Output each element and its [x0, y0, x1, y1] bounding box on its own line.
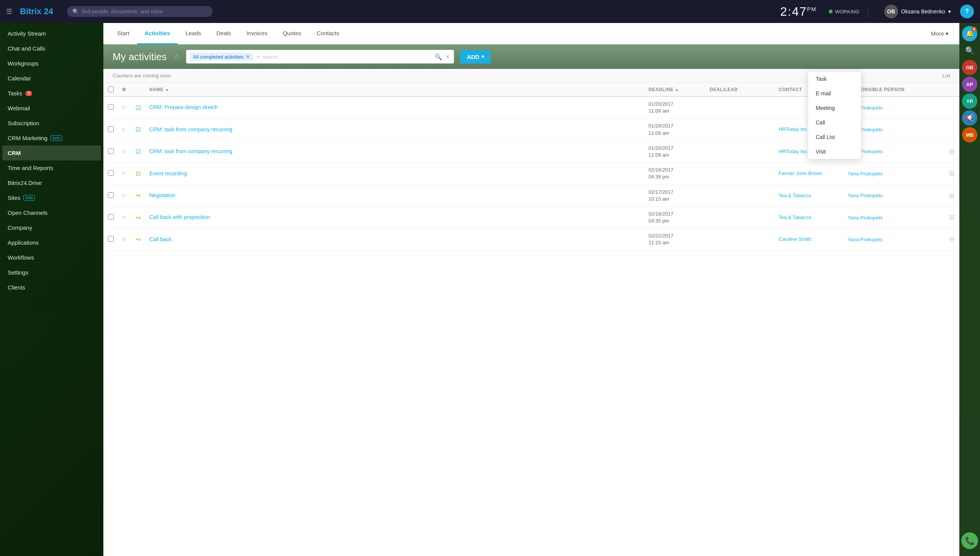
- row-drag-handle[interactable]: ≡: [122, 104, 136, 111]
- sidebar-item-label: Activity Stream: [8, 30, 46, 37]
- dropdown-call[interactable]: Call: [808, 115, 861, 130]
- row-checkbox: [108, 126, 122, 133]
- deadline-sort-icon[interactable]: ▲: [675, 87, 679, 92]
- row-grid-icon[interactable]: ⊞: [949, 213, 955, 222]
- filter-search-icon[interactable]: 🔍: [434, 53, 442, 61]
- filter-search-placeholder[interactable]: search: [263, 54, 431, 60]
- settings-icon[interactable]: ⚙: [122, 87, 126, 92]
- user-profile[interactable]: OB Oksana Bednenko ▾: [884, 5, 951, 18]
- menu-icon[interactable]: ☰: [6, 7, 12, 16]
- sidebar-item-activity-stream[interactable]: Activity Stream: [0, 26, 103, 41]
- dropdown-email[interactable]: E-mail: [808, 86, 861, 101]
- row-activity-name[interactable]: CRM: task from company recurring: [149, 126, 648, 134]
- avatar-4[interactable]: MB: [962, 127, 977, 142]
- dropdown-meeting[interactable]: Meeting: [808, 101, 861, 115]
- phone-button[interactable]: 📞: [961, 532, 978, 549]
- tab-start[interactable]: Start: [109, 23, 137, 44]
- row-activity-name[interactable]: CRM: task from company recurring: [149, 148, 648, 155]
- sidebar-item-tasks[interactable]: Tasks 7: [0, 86, 103, 101]
- row-contact[interactable]: Tea & Tabacco: [779, 214, 848, 221]
- notifications-icon[interactable]: 🔔 9: [962, 26, 977, 41]
- favorite-star[interactable]: ☆: [173, 52, 180, 61]
- row-responsible[interactable]: Yana Prokopets: [848, 215, 932, 221]
- row-contact[interactable]: Tea & Tabacco: [779, 192, 848, 199]
- megaphone-icon[interactable]: 📢: [962, 110, 977, 126]
- sidebar-item-settings[interactable]: Settings: [0, 265, 103, 280]
- row-activity-name[interactable]: CRM: Prepare design sketch: [149, 104, 648, 111]
- sidebar-item-applications[interactable]: Applications: [0, 235, 103, 250]
- row-grid-icon[interactable]: ⊞: [949, 147, 955, 156]
- global-search-icon[interactable]: 🔍: [962, 43, 977, 58]
- row-drag-handle[interactable]: ≡: [122, 170, 136, 177]
- row-drag-handle[interactable]: ≡: [122, 214, 136, 221]
- sidebar-item-label: Workflows: [8, 254, 34, 261]
- sidebar-item-crm-marketing[interactable]: CRM Marketing beta: [0, 131, 103, 146]
- sidebar-item-workflows[interactable]: Workflows: [0, 250, 103, 265]
- list-view-button[interactable]: List: [942, 73, 950, 78]
- row-activity-name[interactable]: Call back with proposition: [149, 214, 648, 221]
- sidebar-item-label: Webmail: [8, 105, 30, 111]
- page-header: My activities ☆ All completed activities…: [103, 44, 959, 69]
- sidebar-item-workgroups[interactable]: Workgroups: [0, 56, 103, 71]
- table-row: ≡ ↪ Negotation 02/17/201710:15 am Tea & …: [103, 185, 959, 207]
- filter-tag-completed: All completed activities ✕: [190, 52, 254, 61]
- filter-tag-close[interactable]: ✕: [246, 54, 250, 60]
- sidebar-item-calendar[interactable]: Calendar: [0, 71, 103, 86]
- row-deadline: 01/20/201711:09 am: [648, 123, 710, 136]
- tab-contacts[interactable]: Contacts: [309, 23, 347, 44]
- sidebar-item-bitrix24-drive[interactable]: Bitrix24.Drive: [0, 175, 103, 190]
- row-grid-icon[interactable]: ⊞: [949, 191, 955, 200]
- row-drag-handle[interactable]: ≡: [122, 148, 136, 155]
- filter-clear-icon[interactable]: ✕: [445, 54, 450, 60]
- tab-leads[interactable]: Leads: [178, 23, 209, 44]
- tab-more[interactable]: More ▾: [926, 23, 953, 44]
- row-responsible[interactable]: Yana Prokopets: [848, 171, 932, 177]
- row-drag-handle[interactable]: ≡: [122, 126, 136, 133]
- row-grid-icon[interactable]: ⊞: [949, 169, 955, 178]
- help-button[interactable]: ?: [960, 5, 974, 18]
- row-responsible[interactable]: Yana Prokopets: [848, 237, 932, 242]
- table-row: ≡ ⊟ Event recording 02/16/201704:39 pm F…: [103, 163, 959, 185]
- row-activity-name[interactable]: Event recording: [149, 170, 648, 178]
- sidebar-item-company[interactable]: Company: [0, 220, 103, 235]
- row-grid-icon[interactable]: ⊞: [949, 235, 955, 244]
- task-icon: ☑: [136, 126, 149, 133]
- sidebar-item-subscription[interactable]: Subscription: [0, 116, 103, 131]
- row-checkbox: [108, 104, 122, 111]
- search-input[interactable]: [82, 8, 207, 15]
- dropdown-visit[interactable]: Visit: [808, 144, 861, 159]
- sidebar-item-chat-calls[interactable]: Chat and Calls: [0, 41, 103, 56]
- tab-quotes[interactable]: Quotes: [275, 23, 309, 44]
- sidebar-item-crm[interactable]: CRM: [2, 146, 101, 160]
- avatar-3[interactable]: YP: [962, 93, 977, 109]
- row-activity-name[interactable]: Negotation: [149, 192, 648, 200]
- avatar-1[interactable]: OB: [962, 60, 977, 75]
- row-drag-handle[interactable]: ≡: [122, 192, 136, 199]
- tab-activities[interactable]: Activities: [137, 23, 178, 44]
- tab-invoices[interactable]: Invoices: [239, 23, 275, 44]
- dropdown-call-list[interactable]: Call List: [808, 130, 861, 144]
- sidebar-item-label: Applications: [8, 239, 39, 246]
- row-contact[interactable]: Farmer John Brown: [779, 170, 848, 177]
- sidebar-item-time-reports[interactable]: Time and Reports: [0, 160, 103, 175]
- sidebar-item-label: Company: [8, 224, 32, 231]
- sidebar-item-clients[interactable]: Clients: [0, 280, 103, 295]
- row-activity-name[interactable]: Call back: [149, 236, 648, 244]
- sidebar-item-label: Bitrix24.Drive: [8, 180, 42, 186]
- select-all-checkbox[interactable]: [108, 87, 114, 92]
- row-drag-handle[interactable]: ≡: [122, 236, 136, 243]
- sidebar-item-label: Subscription: [8, 120, 39, 126]
- name-sort-icon[interactable]: ▲: [165, 87, 169, 92]
- row-contact[interactable]: Caroline Smith: [779, 236, 848, 243]
- dropdown-task[interactable]: Task: [808, 72, 861, 86]
- app-logo: Bitrix 24: [20, 7, 53, 16]
- add-button[interactable]: ADD ▾: [460, 50, 491, 64]
- sidebar-item-open-channels[interactable]: Open Channels: [0, 205, 103, 220]
- sidebar-item-sites[interactable]: Sites beta: [0, 190, 103, 205]
- filter-plus-icon: +: [256, 54, 260, 60]
- row-actions: ⊞: [932, 147, 955, 156]
- avatar-2[interactable]: AP: [962, 77, 977, 92]
- row-responsible[interactable]: Yana Prokopets: [848, 193, 932, 198]
- tab-deals[interactable]: Deals: [209, 23, 238, 44]
- sidebar-item-webmail[interactable]: Webmail: [0, 101, 103, 116]
